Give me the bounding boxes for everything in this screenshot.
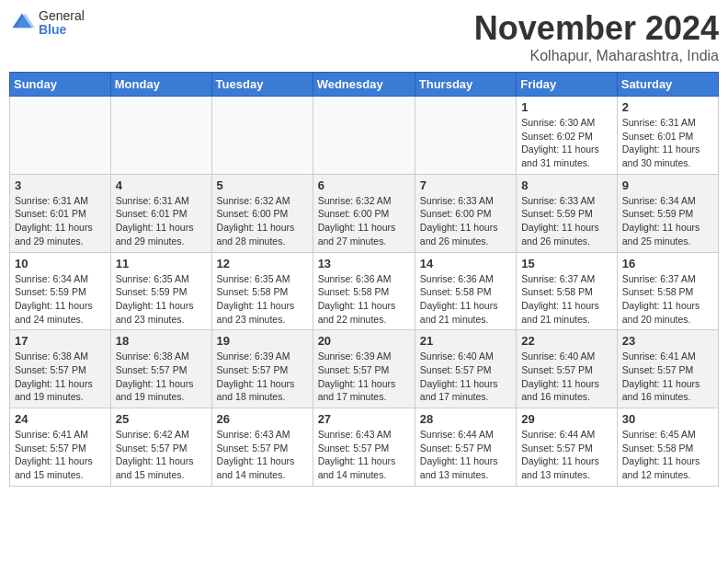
day-cell: 26Sunrise: 6:43 AM Sunset: 5:57 PM Dayli… [211,408,313,487]
day-cell: 21Sunrise: 6:40 AM Sunset: 5:57 PM Dayli… [415,330,516,408]
weekday-sunday: Sunday [10,73,111,97]
day-number: 12 [217,257,308,270]
day-number: 22 [521,334,612,348]
location-text: Kolhapur, Maharashtra, India [474,48,719,64]
day-number: 20 [318,334,410,348]
day-number: 19 [217,334,308,348]
day-cell: 1Sunrise: 6:30 AM Sunset: 6:02 PM Daylig… [517,97,618,175]
day-cell [10,97,111,175]
day-cell: 17Sunrise: 6:38 AM Sunset: 5:57 PM Dayli… [10,330,111,408]
day-number: 7 [420,178,511,192]
day-info: Sunrise: 6:45 AM Sunset: 5:58 PM Dayligh… [622,428,713,482]
day-info: Sunrise: 6:44 AM Sunset: 5:57 PM Dayligh… [521,428,612,482]
day-cell [110,97,211,175]
logo-icon [9,10,35,36]
day-info: Sunrise: 6:36 AM Sunset: 5:58 PM Dayligh… [420,272,511,327]
weekday-thursday: Thursday [415,73,516,97]
month-title: November 2024 [474,9,719,48]
weekday-saturday: Saturday [617,73,718,97]
day-cell: 20Sunrise: 6:39 AM Sunset: 5:57 PM Dayli… [313,330,415,408]
day-cell: 19Sunrise: 6:39 AM Sunset: 5:57 PM Dayli… [211,330,313,408]
day-number: 4 [116,178,207,192]
day-info: Sunrise: 6:37 AM Sunset: 5:58 PM Dayligh… [521,272,612,327]
day-cell: 8Sunrise: 6:33 AM Sunset: 5:59 PM Daylig… [517,174,618,252]
week-row-5: 24Sunrise: 6:41 AM Sunset: 5:57 PM Dayli… [10,408,719,487]
day-info: Sunrise: 6:40 AM Sunset: 5:57 PM Dayligh… [521,350,612,404]
day-number: 3 [15,178,106,192]
day-number: 8 [521,178,612,192]
calendar-body: 1Sunrise: 6:30 AM Sunset: 6:02 PM Daylig… [10,97,719,487]
week-row-2: 3Sunrise: 6:31 AM Sunset: 6:01 PM Daylig… [10,174,719,252]
day-info: Sunrise: 6:39 AM Sunset: 5:57 PM Dayligh… [318,350,410,404]
weekday-tuesday: Tuesday [211,73,313,97]
day-cell: 16Sunrise: 6:37 AM Sunset: 5:58 PM Dayli… [617,252,718,330]
day-cell: 24Sunrise: 6:41 AM Sunset: 5:57 PM Dayli… [10,408,111,487]
day-number: 10 [15,257,106,270]
day-info: Sunrise: 6:33 AM Sunset: 6:00 PM Dayligh… [420,194,511,248]
calendar-table: SundayMondayTuesdayWednesdayThursdayFrid… [9,72,719,487]
day-number: 18 [116,334,207,348]
day-cell: 9Sunrise: 6:34 AM Sunset: 5:59 PM Daylig… [617,174,718,252]
day-info: Sunrise: 6:38 AM Sunset: 5:57 PM Dayligh… [116,350,207,404]
week-row-3: 10Sunrise: 6:34 AM Sunset: 5:59 PM Dayli… [10,252,719,330]
day-cell [313,97,415,175]
day-cell: 12Sunrise: 6:35 AM Sunset: 5:58 PM Dayli… [211,252,313,330]
day-cell: 4Sunrise: 6:31 AM Sunset: 6:01 PM Daylig… [110,174,211,252]
day-number: 1 [521,100,612,114]
day-cell: 13Sunrise: 6:36 AM Sunset: 5:58 PM Dayli… [313,252,415,330]
day-info: Sunrise: 6:31 AM Sunset: 6:01 PM Dayligh… [15,194,106,248]
day-cell: 11Sunrise: 6:35 AM Sunset: 5:59 PM Dayli… [110,252,211,330]
day-number: 11 [116,257,207,270]
day-cell: 5Sunrise: 6:32 AM Sunset: 6:00 PM Daylig… [211,174,313,252]
day-cell: 22Sunrise: 6:40 AM Sunset: 5:57 PM Dayli… [517,330,618,408]
title-area: November 2024 Kolhapur, Maharashtra, Ind… [474,9,719,64]
day-cell: 28Sunrise: 6:44 AM Sunset: 5:57 PM Dayli… [415,408,516,487]
day-info: Sunrise: 6:35 AM Sunset: 5:58 PM Dayligh… [217,272,308,327]
day-info: Sunrise: 6:31 AM Sunset: 6:01 PM Dayligh… [116,194,207,248]
day-info: Sunrise: 6:35 AM Sunset: 5:59 PM Dayligh… [116,272,207,327]
logo-blue-text: Blue [39,23,85,37]
day-info: Sunrise: 6:41 AM Sunset: 5:57 PM Dayligh… [15,428,106,482]
day-cell: 6Sunrise: 6:32 AM Sunset: 6:00 PM Daylig… [313,174,415,252]
day-cell: 3Sunrise: 6:31 AM Sunset: 6:01 PM Daylig… [10,174,111,252]
day-number: 24 [15,412,106,426]
day-cell: 15Sunrise: 6:37 AM Sunset: 5:58 PM Dayli… [517,252,618,330]
week-row-1: 1Sunrise: 6:30 AM Sunset: 6:02 PM Daylig… [10,97,719,175]
day-cell [211,97,313,175]
weekday-monday: Monday [110,73,211,97]
weekday-header-row: SundayMondayTuesdayWednesdayThursdayFrid… [10,73,719,97]
day-number: 25 [116,412,207,426]
day-cell: 27Sunrise: 6:43 AM Sunset: 5:57 PM Dayli… [313,408,415,487]
day-info: Sunrise: 6:34 AM Sunset: 5:59 PM Dayligh… [15,272,106,327]
weekday-wednesday: Wednesday [313,73,415,97]
day-info: Sunrise: 6:32 AM Sunset: 6:00 PM Dayligh… [217,194,308,248]
day-number: 17 [15,334,106,348]
day-number: 2 [622,100,713,114]
day-info: Sunrise: 6:31 AM Sunset: 6:01 PM Dayligh… [622,116,713,170]
day-number: 15 [521,257,612,270]
day-number: 5 [217,178,308,192]
day-number: 29 [521,412,612,426]
logo: General Blue [9,9,85,38]
day-info: Sunrise: 6:32 AM Sunset: 6:00 PM Dayligh… [318,194,410,248]
day-number: 16 [622,257,713,270]
day-info: Sunrise: 6:43 AM Sunset: 5:57 PM Dayligh… [217,428,308,482]
day-info: Sunrise: 6:30 AM Sunset: 6:02 PM Dayligh… [521,116,612,170]
day-number: 9 [622,178,713,192]
day-number: 21 [420,334,511,348]
day-cell: 7Sunrise: 6:33 AM Sunset: 6:00 PM Daylig… [415,174,516,252]
day-cell: 30Sunrise: 6:45 AM Sunset: 5:58 PM Dayli… [617,408,718,487]
day-cell: 14Sunrise: 6:36 AM Sunset: 5:58 PM Dayli… [415,252,516,330]
day-number: 23 [622,334,713,348]
day-number: 27 [318,412,410,426]
page-header: General Blue November 2024 Kolhapur, Mah… [9,9,719,64]
day-number: 30 [622,412,713,426]
day-cell: 10Sunrise: 6:34 AM Sunset: 5:59 PM Dayli… [10,252,111,330]
day-number: 14 [420,257,511,270]
day-info: Sunrise: 6:36 AM Sunset: 5:58 PM Dayligh… [318,272,410,327]
day-info: Sunrise: 6:37 AM Sunset: 5:58 PM Dayligh… [622,272,713,327]
day-cell: 29Sunrise: 6:44 AM Sunset: 5:57 PM Dayli… [517,408,618,487]
day-number: 6 [318,178,410,192]
day-info: Sunrise: 6:43 AM Sunset: 5:57 PM Dayligh… [318,428,410,482]
logo-general-text: General [39,9,85,23]
